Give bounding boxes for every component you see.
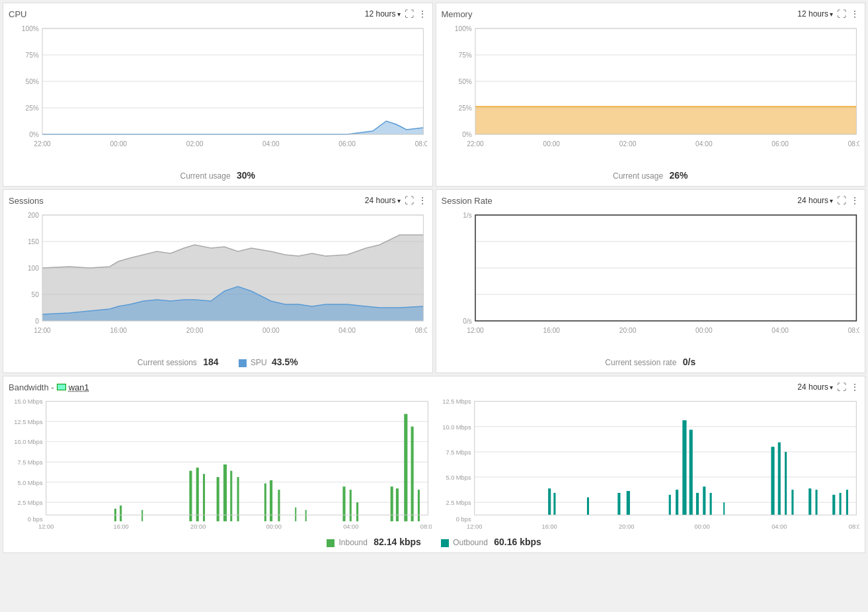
svg-rect-110 (418, 490, 420, 521)
sessions-more-icon[interactable]: ⋮ (418, 195, 427, 206)
sessions-chart: 200 150 100 50 0 12:00 16:00 20:00 00:00… (9, 208, 427, 341)
bandwidth-title: Bandwidth - (9, 382, 54, 392)
memory-chart-area: 100% 75% 50% 25% 0% 22:00 00:00 02:00 04… (442, 22, 860, 167)
svg-rect-101 (295, 507, 296, 521)
svg-rect-97 (237, 477, 239, 521)
svg-text:10.0 Mbps: 10.0 Mbps (442, 424, 471, 431)
svg-text:20:00: 20:00 (619, 524, 634, 531)
svg-rect-151 (474, 402, 856, 515)
svg-rect-107 (396, 488, 399, 521)
sessions-time-selector[interactable]: 24 hours (365, 196, 401, 205)
svg-text:100%: 100% (454, 25, 471, 32)
svg-rect-102 (305, 510, 307, 521)
svg-rect-104 (350, 490, 352, 521)
svg-rect-140 (709, 493, 711, 515)
svg-rect-146 (809, 488, 811, 515)
svg-text:00:00: 00:00 (695, 327, 713, 334)
cpu-footer-label: Current usage (180, 171, 231, 181)
bandwidth-charts-row: 15.0 Mbps 12.5 Mbps 10.0 Mbps 7.5 Mbps 5… (9, 395, 859, 534)
sessions-footer: Current sessions 184 SPU 43.5% (9, 357, 427, 367)
svg-rect-133 (626, 491, 629, 515)
svg-text:08:00: 08:00 (848, 524, 859, 531)
svg-text:12:00: 12:00 (467, 524, 482, 531)
svg-text:16:00: 16:00 (543, 327, 560, 334)
memory-panel: Memory 12 hours ⛶ ⋮ 100% 75% 50% 25% 0% (436, 3, 866, 187)
svg-text:0 bps: 0 bps (455, 516, 471, 523)
svg-text:1/s: 1/s (463, 212, 472, 219)
sessions-chart-area: 200 150 100 50 0 12:00 16:00 20:00 00:00… (9, 208, 427, 354)
svg-rect-92 (196, 468, 199, 521)
cpu-panel: CPU 12 hours ⛶ ⋮ 100% 75% 50% 25% 0% (3, 3, 433, 187)
svg-text:0 bps: 0 bps (28, 516, 43, 523)
memory-chart: 100% 75% 50% 25% 0% 22:00 00:00 02:00 04… (442, 22, 860, 154)
svg-rect-144 (785, 452, 787, 515)
sessions-footer-spu-value: 43.5% (272, 357, 298, 367)
svg-text:12.5 Mbps: 12.5 Mbps (442, 399, 471, 406)
svg-rect-105 (356, 502, 358, 521)
memory-more-icon[interactable]: ⋮ (850, 9, 859, 19)
svg-text:06:00: 06:00 (771, 140, 789, 148)
svg-rect-89 (120, 505, 122, 521)
session-rate-footer-value: 0/s (683, 357, 695, 367)
session-rate-expand-icon[interactable]: ⛶ (837, 195, 846, 206)
svg-rect-150 (846, 490, 848, 515)
svg-text:08:00: 08:00 (420, 524, 432, 531)
svg-text:20:00: 20:00 (186, 327, 204, 334)
spu-legend-dot (239, 359, 247, 367)
svg-rect-103 (342, 486, 345, 521)
svg-text:06:00: 06:00 (338, 140, 356, 148)
session-rate-controls: 24 hours ⛶ ⋮ (797, 195, 859, 206)
svg-rect-137 (689, 430, 692, 515)
svg-text:0: 0 (35, 318, 39, 325)
svg-text:12:00: 12:00 (467, 327, 484, 334)
sessions-footer-row: Current sessions 184 SPU 43.5% (9, 357, 427, 367)
cpu-more-icon[interactable]: ⋮ (418, 9, 427, 19)
cpu-time-selector[interactable]: 12 hours (365, 9, 401, 19)
memory-time-selector[interactable]: 12 hours (797, 9, 833, 19)
svg-text:75%: 75% (458, 52, 471, 59)
svg-rect-145 (791, 490, 793, 515)
svg-text:7.5 Mbps: 7.5 Mbps (17, 459, 43, 466)
sessions-expand-icon[interactable]: ⛶ (405, 195, 414, 206)
svg-text:50%: 50% (26, 78, 39, 85)
svg-text:2.5 Mbps: 2.5 Mbps (17, 500, 43, 506)
svg-text:00:00: 00:00 (266, 524, 282, 531)
svg-text:08:00: 08:00 (415, 140, 427, 148)
session-rate-footer-label: Current session rate (605, 358, 676, 367)
bandwidth-time-selector[interactable]: 24 hours (797, 382, 833, 392)
svg-rect-111 (46, 402, 428, 515)
bandwidth-expand-icon[interactable]: ⛶ (837, 382, 846, 392)
cpu-chart: 100% 75% 50% 25% 0% 22:00 00:00 02:00 04… (9, 22, 427, 154)
svg-text:100%: 100% (22, 25, 39, 32)
svg-rect-100 (278, 490, 280, 521)
svg-text:0%: 0% (29, 131, 39, 138)
bandwidth-inbound-chart: 15.0 Mbps 12.5 Mbps 10.0 Mbps 7.5 Mbps 5… (9, 395, 432, 534)
svg-text:10.0 Mbps: 10.0 Mbps (14, 439, 43, 446)
bandwidth-more-icon[interactable]: ⋮ (850, 382, 859, 392)
session-rate-time-selector[interactable]: 24 hours (797, 196, 833, 205)
svg-text:04:00: 04:00 (343, 524, 358, 531)
svg-text:08:00: 08:00 (848, 327, 859, 334)
svg-text:100: 100 (28, 265, 39, 272)
sessions-footer-sessions-value: 184 (203, 357, 218, 367)
bandwidth-outbound-value: 60.16 kbps (494, 537, 541, 547)
cpu-expand-icon[interactable]: ⛶ (405, 9, 414, 19)
svg-text:02:00: 02:00 (186, 140, 204, 148)
svg-marker-34 (475, 107, 856, 134)
svg-text:2.5 Mbps: 2.5 Mbps (446, 500, 471, 506)
svg-text:08:00: 08:00 (415, 327, 427, 334)
bandwidth-outbound-chart: 12.5 Mbps 10.0 Mbps 7.5 Mbps 5.0 Mbps 2.… (437, 395, 860, 534)
sessions-panel: Sessions 24 hours ⛶ ⋮ 200 150 100 50 0 (3, 189, 433, 373)
memory-footer-label: Current usage (613, 171, 663, 181)
svg-text:04:00: 04:00 (771, 327, 789, 334)
memory-title: Memory (442, 9, 473, 19)
sessions-footer-sessions-label: Current sessions 184 (138, 357, 219, 367)
cpu-title: CPU (9, 9, 26, 19)
svg-text:16:00: 16:00 (110, 327, 128, 334)
memory-expand-icon[interactable]: ⛶ (837, 9, 846, 19)
svg-rect-91 (189, 471, 192, 521)
svg-rect-131 (586, 498, 588, 515)
session-rate-more-icon[interactable]: ⋮ (850, 195, 859, 206)
svg-rect-108 (404, 414, 407, 521)
bandwidth-inbound-area: 15.0 Mbps 12.5 Mbps 10.0 Mbps 7.5 Mbps 5… (9, 395, 432, 534)
